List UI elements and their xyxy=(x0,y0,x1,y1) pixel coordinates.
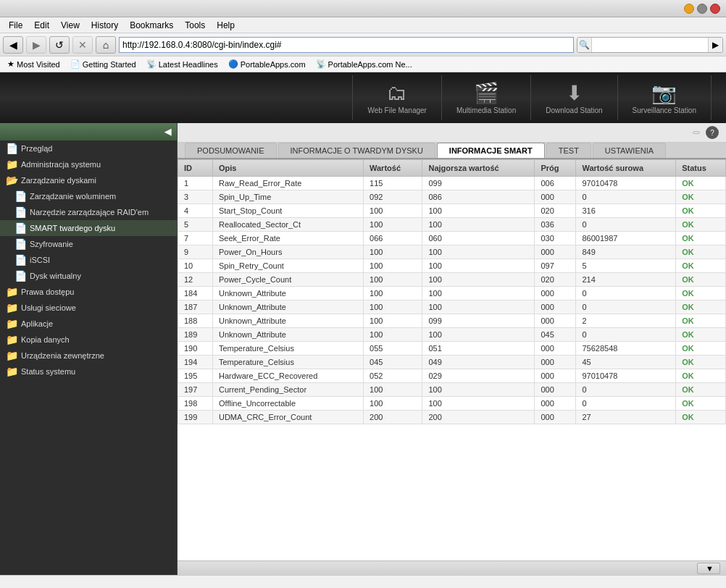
bookmark-most-visited[interactable]: ★ Most Visited xyxy=(3,59,64,70)
minimize-btn[interactable] xyxy=(684,4,694,14)
sidebar-item-aplikacje[interactable]: 📁Aplikacje xyxy=(0,316,177,332)
back-button[interactable]: ◀ xyxy=(3,36,23,54)
search-input[interactable] xyxy=(592,38,708,52)
menu-item-help[interactable]: Help xyxy=(211,19,241,32)
sidebar-item-usługi-sieciowe[interactable]: 📁Usługi sieciowe xyxy=(0,300,177,316)
table-row: 10Spin_Retry_Count1001000975OK xyxy=(178,259,726,273)
menu-item-history[interactable]: History xyxy=(85,19,124,32)
table-cell-status: OK xyxy=(676,411,726,424)
page-icon: 📄 xyxy=(70,59,80,69)
table-cell-najgorsza-wartość: 100 xyxy=(422,301,535,314)
sidebar-item-icon: 📄 xyxy=(14,222,27,234)
sidebar-item-przegląd[interactable]: 📄Przegląd xyxy=(0,140,177,156)
close-btn[interactable] xyxy=(710,4,720,14)
header-app-webfilemanager[interactable]: 🗂 Web File Manager xyxy=(352,75,442,120)
table-cell-próg: 000 xyxy=(535,397,576,411)
sidebar-item-zarządzanie-dyskami[interactable]: 📂Zarządzanie dyskami xyxy=(0,172,177,188)
address-bar[interactable] xyxy=(119,37,574,53)
table-cell-próg: 000 xyxy=(535,411,576,424)
menu-item-bookmarks[interactable]: Bookmarks xyxy=(124,19,179,32)
table-cell-opis: Temperature_Celsius xyxy=(212,342,363,356)
tab-podsumowanie[interactable]: PODSUMOWANIE xyxy=(185,143,277,158)
sidebar-item-icon: 📁 xyxy=(6,286,18,298)
table-row: 5Reallocated_Sector_Ct1001000360OK xyxy=(178,218,726,232)
search-submit-icon[interactable]: ▶ xyxy=(708,38,722,52)
sidebar-item-icon: 📄 xyxy=(14,270,27,282)
table-cell-status: OK xyxy=(676,177,726,190)
tab-ustawienia[interactable]: USTAWIENIA xyxy=(593,143,666,158)
sidebar-toggle-icon[interactable]: ◀ xyxy=(164,127,171,137)
sidebar-item-prawa-dostępu[interactable]: 📁Prawa dostępu xyxy=(0,284,177,300)
sidebar-item-icon: 📁 xyxy=(6,366,18,377)
table-cell-wartość: 052 xyxy=(364,369,422,383)
sidebar-item-iscsi[interactable]: 📄iSCSI xyxy=(0,252,177,268)
dropdown-icon: ▼ xyxy=(706,564,714,573)
table-cell-wartość-surowa: 0 xyxy=(576,218,676,232)
sidebar-item-kopia-danych[interactable]: 📁Kopia danych xyxy=(0,332,177,348)
reload-button[interactable]: ↺ xyxy=(49,36,70,54)
table-cell-wartość: 100 xyxy=(364,218,422,232)
sidebar-item-narzędzie-zarządzające-raid'em[interactable]: 📄Narzędzie zarządzające RAID'em xyxy=(0,204,177,220)
sidebar-item-status-systemu[interactable]: 📁Status systemu xyxy=(0,364,177,379)
table-cell-wartość-surowa: 0 xyxy=(576,328,676,342)
multimedia-icon: 🎬 xyxy=(474,81,499,105)
sidebar-item-zarządzanie-woluminem[interactable]: 📄Zarządzanie woluminem xyxy=(0,188,177,204)
menu-item-view[interactable]: View xyxy=(55,19,85,32)
sidebar-item-label: Zarządzanie dyskami xyxy=(21,176,96,185)
tab-informacje-o-twardym-dysku[interactable]: INFORMACJE O TWARDYM DYSKU xyxy=(278,143,435,158)
table-cell-wartość-surowa: 0 xyxy=(576,190,676,204)
sidebar-item-dysk-wirtualny[interactable]: 📄Dysk wirtualny xyxy=(0,268,177,284)
table-cell-opis: UDMA_CRC_Error_Count xyxy=(212,411,363,424)
table-cell-wartość: 100 xyxy=(364,287,422,301)
table-cell-wartość-surowa: 86001987 xyxy=(576,232,676,245)
table-cell-opis: Hardware_ECC_Recovered xyxy=(212,369,363,383)
table-cell-wartość-surowa: 2 xyxy=(576,314,676,328)
table-cell-próg: 000 xyxy=(535,245,576,259)
sidebar-item-szyfrowanie[interactable]: 📄Szyfrowanie xyxy=(0,236,177,252)
table-cell-najgorsza-wartość: 200 xyxy=(422,411,535,424)
table-row: 198Offline_Uncorrectable1001000000OK xyxy=(178,397,726,411)
forward-button[interactable]: ▶ xyxy=(26,36,46,54)
bookmark-latest-headlines[interactable]: 📡 Latest Headlines xyxy=(142,59,222,70)
header-app-download[interactable]: ⬇ Download Station xyxy=(531,75,617,120)
table-cell-wartość: 055 xyxy=(364,342,422,356)
table-cell-opis: Reallocated_Sector_Ct xyxy=(212,218,363,232)
language-selector[interactable] xyxy=(693,131,700,134)
table-cell-wartość-surowa: 316 xyxy=(576,204,676,218)
sidebar-item-label: SMART twardego dysku xyxy=(30,224,115,232)
table-cell-najgorsza-wartość: 100 xyxy=(422,218,535,232)
table-row: 184Unknown_Attribute1001000000OK xyxy=(178,287,726,301)
bookmark-portableapps1[interactable]: 🔵 PortableApps.com xyxy=(224,59,310,70)
table-cell-najgorsza-wartość: 086 xyxy=(422,190,535,204)
table-cell-wartość: 100 xyxy=(364,245,422,259)
menu-item-edit[interactable]: Edit xyxy=(28,19,55,32)
header-app-multimedia[interactable]: 🎬 Multimedia Station xyxy=(442,75,531,120)
header-app-surveillance[interactable]: 📷 Surveillance Station xyxy=(618,75,712,120)
home-button[interactable]: ⌂ xyxy=(96,36,116,54)
table-row: 12Power_Cycle_Count100100020214OK xyxy=(178,273,726,287)
tab-informacje-smart[interactable]: INFORMACJE SMART xyxy=(437,143,545,158)
table-cell-próg: 000 xyxy=(535,301,576,314)
star-icon: ★ xyxy=(7,59,14,69)
bookmark-getting-started[interactable]: 📄 Getting Started xyxy=(66,59,141,70)
sidebar-item-icon: 📄 xyxy=(14,206,27,218)
sidebar-item-icon: 📄 xyxy=(14,254,27,266)
sidebar-item-administracja-systemu[interactable]: 📁Administracja systemu xyxy=(0,156,177,172)
table-container[interactable]: IDOpisWartośćNajgorsza wartośćPrógWartoś… xyxy=(178,159,726,560)
help-button[interactable]: ? xyxy=(706,126,719,139)
table-cell-wartość: 100 xyxy=(364,273,422,287)
qnap-classic-button[interactable]: ▼ xyxy=(697,563,720,574)
bookmark-portableapps2[interactable]: 📡 PortableApps.com Ne... xyxy=(312,59,417,70)
sidebar-item-label: Szyfrowanie xyxy=(30,240,73,248)
sidebar-item-label: Narzędzie zarządzające RAID'em xyxy=(30,208,149,217)
menu-item-file[interactable]: File xyxy=(3,19,28,32)
sidebar-item-label: Urządzenia zewnętrzne xyxy=(21,351,104,360)
maximize-btn[interactable] xyxy=(697,4,707,14)
sidebar-item-smart-twardego-dysku[interactable]: 📄SMART twardego dysku xyxy=(0,220,177,236)
tabs-container: PODSUMOWANIEINFORMACJE O TWARDYM DYSKUIN… xyxy=(185,143,667,158)
tab-test[interactable]: TEST xyxy=(546,143,591,158)
menu-item-tools[interactable]: Tools xyxy=(179,19,211,32)
table-cell-opis: Power_Cycle_Count xyxy=(212,273,363,287)
stop-button[interactable]: ✕ xyxy=(72,36,93,54)
sidebar-item-urządzenia-zewnętrzne[interactable]: 📁Urządzenia zewnętrzne xyxy=(0,348,177,364)
